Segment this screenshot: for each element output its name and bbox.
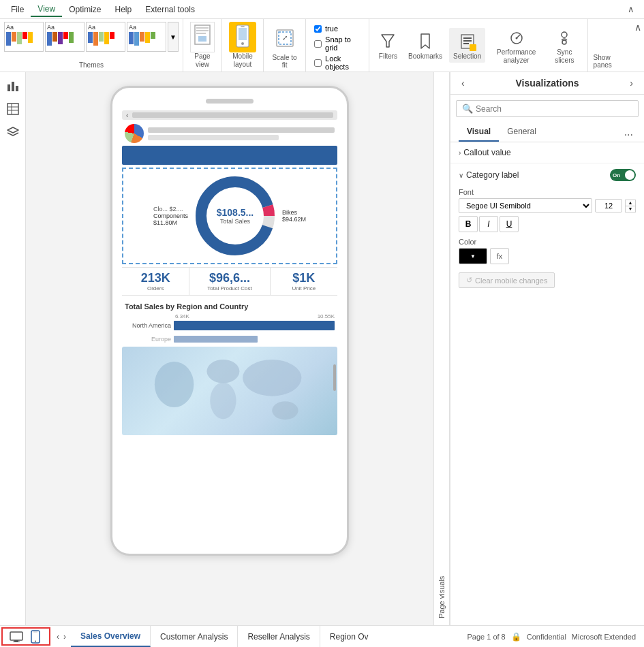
- chart-title: Total Sales by Region and Country: [125, 302, 335, 311]
- performance-analyzer-icon: [508, 27, 525, 48]
- page-tab-sales-overview[interactable]: Sales Overview: [71, 626, 151, 647]
- lock-objects-checkbox-label[interactable]: Lock objects: [314, 54, 361, 71]
- selection-btn[interactable]: Selection: [449, 28, 485, 63]
- toggle-knob: [625, 170, 634, 180]
- map-section: [122, 347, 337, 435]
- page-view-btn[interactable]: [190, 22, 215, 52]
- menu-file[interactable]: File: [4, 3, 31, 16]
- menu-external-tools[interactable]: External tools: [138, 3, 202, 16]
- theme-more[interactable]: ▼: [168, 22, 179, 52]
- menu-bar: File View Optimize Help External tools ∧: [0, 0, 644, 19]
- sidebar-layers-icon[interactable]: [5, 124, 21, 140]
- toolbar-collapse-btn[interactable]: ∧: [634, 22, 641, 33]
- underline-btn[interactable]: U: [500, 216, 519, 232]
- page-tab-customer-analysis[interactable]: Customer Analysis: [151, 626, 238, 647]
- svg-rect-41: [33, 631, 37, 632]
- panel-chevron-left[interactable]: ‹: [459, 78, 467, 89]
- page-view-section: Pageview: [183, 19, 222, 72]
- font-label: Font: [459, 188, 636, 196]
- more-options-btn[interactable]: ...: [622, 123, 636, 141]
- tab-visual[interactable]: Visual: [459, 123, 499, 142]
- page-next-btn[interactable]: ›: [61, 631, 68, 643]
- gauge-section: Clo... $2.... Components $11.80M: [122, 168, 337, 264]
- svg-point-34: [243, 360, 301, 396]
- svg-rect-14: [463, 40, 472, 42]
- theme-2[interactable]: Aa: [45, 22, 85, 52]
- svg-rect-6: [239, 28, 247, 40]
- svg-point-35: [272, 401, 298, 420]
- menu-optimize[interactable]: Optimize: [62, 3, 108, 16]
- show-panes-label: Show panes: [594, 54, 626, 69]
- ribbon-collapse[interactable]: ∧: [622, 4, 640, 14]
- snap-to-grid-checkbox-label[interactable]: Snap to grid: [314, 35, 361, 52]
- lock-icon: 🔒: [511, 632, 521, 642]
- panel-chevron-right[interactable]: ›: [627, 78, 636, 89]
- components-value: $11.80M: [153, 219, 188, 226]
- sidebar-table-icon[interactable]: [5, 101, 21, 117]
- mobile-layout-btn[interactable]: [229, 22, 256, 52]
- color-control: Color ▼ fx: [459, 238, 636, 264]
- bookmarks-btn[interactable]: Bookmarks: [404, 28, 446, 63]
- category-label-name: Category label: [466, 170, 519, 180]
- page-tab-reseller-analysis[interactable]: Reseller Analysis: [238, 626, 320, 647]
- search-box[interactable]: 🔍: [456, 100, 639, 117]
- metrics-row: 213K Orders $96,6... Total Product Cost …: [122, 267, 337, 296]
- menu-help[interactable]: Help: [108, 3, 138, 16]
- color-swatch-btn[interactable]: ▼: [459, 248, 487, 264]
- category-chevron-icon: ∨: [459, 172, 463, 179]
- filters-icon: [379, 31, 397, 52]
- theme-4[interactable]: Aa: [127, 22, 166, 52]
- svg-rect-36: [10, 632, 22, 640]
- page-tab-region-ov[interactable]: Region Ov: [320, 626, 378, 647]
- lock-objects-checkbox[interactable]: [314, 59, 322, 67]
- theme-1[interactable]: Aa: [4, 22, 44, 52]
- visualizations-panel: ‹ Visualizations › 🔍 Visual General ... …: [450, 72, 644, 625]
- phone-notch: [206, 99, 254, 104]
- phone-screen: ‹ Clo... $2....: [119, 110, 340, 547]
- italic-btn[interactable]: I: [479, 216, 498, 232]
- themes-section: Aa Aa Aa: [0, 19, 183, 72]
- tab-general[interactable]: General: [499, 123, 545, 142]
- metric-product-cost: $96,6... Total Product Cost: [189, 268, 270, 295]
- mobile-layout-label: Mobilelayout: [232, 52, 252, 69]
- svg-point-31: [206, 360, 239, 383]
- menu-view[interactable]: View: [31, 2, 62, 17]
- font-select[interactable]: Segoe UI Semibold: [459, 198, 592, 213]
- svg-rect-8: [241, 26, 245, 27]
- scale-to-fit-btn[interactable]: ⤢: [273, 22, 297, 54]
- category-label-toggle[interactable]: On: [610, 169, 636, 181]
- font-size-down[interactable]: ▼: [625, 206, 636, 212]
- snap-to-grid-checkbox[interactable]: [314, 40, 322, 48]
- gridlines-checkbox[interactable]: [314, 25, 322, 33]
- svg-text:⤢: ⤢: [282, 34, 288, 42]
- svg-point-19: [562, 40, 566, 44]
- sidebar-chart-icon[interactable]: [5, 78, 21, 94]
- search-icon: 🔍: [462, 104, 473, 114]
- page-view-label: Pageview: [194, 52, 210, 69]
- text-style-row: B I U: [459, 216, 636, 232]
- sync-slicers-btn[interactable]: Sync slicers: [547, 24, 582, 67]
- svg-point-18: [562, 32, 567, 37]
- page-visuals-tab[interactable]: Page visuals: [433, 72, 450, 625]
- svg-rect-1: [196, 27, 209, 29]
- fx-btn[interactable]: fx: [490, 248, 509, 264]
- callout-value-section: › Callout value: [450, 142, 644, 163]
- mobile-view-icon[interactable]: [27, 629, 44, 645]
- phone-logo: [125, 124, 144, 143]
- theme-3[interactable]: Aa: [86, 22, 125, 52]
- scale-to-fit-section: ⤢ Scale to fit: [264, 19, 306, 72]
- desktop-view-icon[interactable]: [8, 629, 25, 645]
- sync-slicers-icon: [555, 27, 573, 48]
- gridlines-checkbox-label[interactable]: true: [314, 25, 361, 33]
- bold-btn[interactable]: B: [459, 216, 478, 232]
- clear-mobile-changes-btn[interactable]: ↺ Clear mobile changes: [459, 272, 555, 288]
- filters-btn[interactable]: Filters: [375, 28, 401, 63]
- toggle-on-text: On: [610, 172, 620, 178]
- svg-rect-37: [14, 640, 18, 642]
- page-prev-btn[interactable]: ‹: [55, 631, 61, 643]
- font-size-input[interactable]: [595, 199, 622, 212]
- map-svg: [122, 347, 337, 435]
- performance-analyzer-btn[interactable]: Performance analyzer: [488, 24, 545, 67]
- search-input[interactable]: [476, 104, 632, 114]
- callout-value-row[interactable]: › Callout value: [459, 148, 636, 157]
